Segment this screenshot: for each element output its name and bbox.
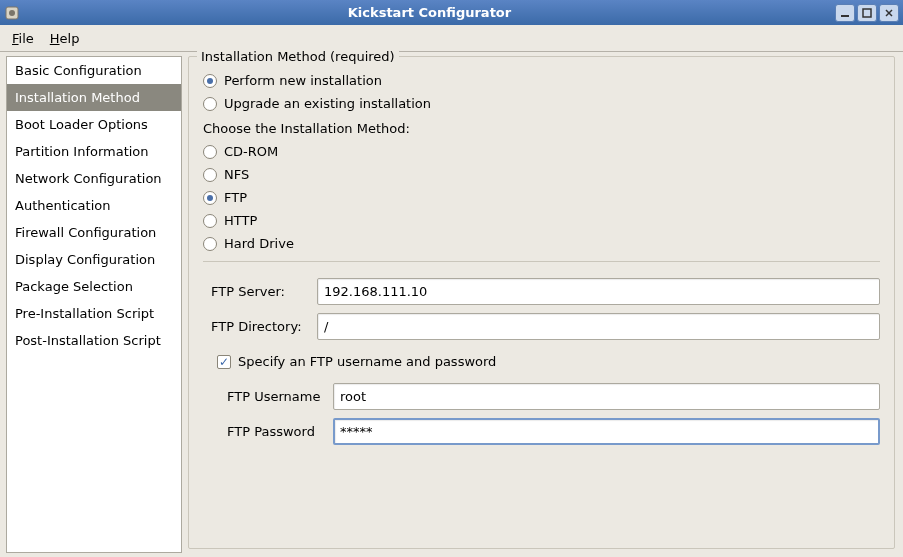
radio-label: Perform new installation — [224, 73, 382, 88]
installation-method-group: Installation Method (required) Perform n… — [188, 56, 895, 549]
radio-icon — [203, 97, 217, 111]
ftp-server-input[interactable] — [317, 278, 880, 305]
titlebar: Kickstart Configurator — [0, 0, 903, 25]
specify-ftp-credentials-checkbox[interactable]: Specify an FTP username and password — [217, 354, 880, 369]
window-title: Kickstart Configurator — [24, 5, 835, 20]
sidebar-item-installation-method[interactable]: Installation Method — [7, 84, 181, 111]
radio-perform-new[interactable]: Perform new installation — [203, 73, 880, 88]
radio-label: CD-ROM — [224, 144, 278, 159]
radio-cdrom[interactable]: CD-ROM — [203, 144, 880, 159]
radio-nfs[interactable]: NFS — [203, 167, 880, 182]
ftp-username-input[interactable] — [333, 383, 880, 410]
ftp-password-label: FTP Password — [227, 424, 333, 439]
radio-icon — [203, 168, 217, 182]
sidebar-item-pre-installation-script[interactable]: Pre-Installation Script — [7, 300, 181, 327]
menu-file[interactable]: File — [4, 28, 42, 49]
radio-icon — [203, 214, 217, 228]
divider — [203, 261, 880, 262]
sidebar-item-boot-loader-options[interactable]: Boot Loader Options — [7, 111, 181, 138]
menubar: File Help — [0, 25, 903, 52]
radio-harddrive[interactable]: Hard Drive — [203, 236, 880, 251]
app-icon — [4, 5, 20, 21]
maximize-button[interactable] — [857, 4, 877, 22]
ftp-password-input[interactable] — [333, 418, 880, 445]
sidebar-item-display-configuration[interactable]: Display Configuration — [7, 246, 181, 273]
svg-point-1 — [9, 10, 15, 16]
group-title: Installation Method (required) — [197, 49, 399, 64]
sidebar-item-package-selection[interactable]: Package Selection — [7, 273, 181, 300]
radio-upgrade[interactable]: Upgrade an existing installation — [203, 96, 880, 111]
sidebar-item-post-installation-script[interactable]: Post-Installation Script — [7, 327, 181, 354]
radio-ftp[interactable]: FTP — [203, 190, 880, 205]
radio-icon — [203, 74, 217, 88]
radio-label: FTP — [224, 190, 247, 205]
choose-method-label: Choose the Installation Method: — [203, 121, 880, 136]
ftp-directory-input[interactable] — [317, 313, 880, 340]
radio-http[interactable]: HTTP — [203, 213, 880, 228]
ftp-server-label: FTP Server: — [211, 284, 317, 299]
close-button[interactable] — [879, 4, 899, 22]
radio-icon — [203, 237, 217, 251]
menu-help[interactable]: Help — [42, 28, 88, 49]
sidebar-item-network-configuration[interactable]: Network Configuration — [7, 165, 181, 192]
checkbox-icon — [217, 355, 231, 369]
sidebar: Basic Configuration Installation Method … — [6, 56, 182, 553]
sidebar-item-basic-configuration[interactable]: Basic Configuration — [7, 57, 181, 84]
svg-rect-3 — [863, 9, 871, 17]
sidebar-item-authentication[interactable]: Authentication — [7, 192, 181, 219]
sidebar-item-firewall-configuration[interactable]: Firewall Configuration — [7, 219, 181, 246]
radio-icon — [203, 191, 217, 205]
radio-label: Upgrade an existing installation — [224, 96, 431, 111]
ftp-username-label: FTP Username — [227, 389, 333, 404]
sidebar-item-partition-information[interactable]: Partition Information — [7, 138, 181, 165]
radio-label: HTTP — [224, 213, 257, 228]
radio-icon — [203, 145, 217, 159]
radio-label: NFS — [224, 167, 249, 182]
minimize-button[interactable] — [835, 4, 855, 22]
ftp-directory-label: FTP Directory: — [211, 319, 317, 334]
checkbox-label: Specify an FTP username and password — [238, 354, 496, 369]
radio-label: Hard Drive — [224, 236, 294, 251]
